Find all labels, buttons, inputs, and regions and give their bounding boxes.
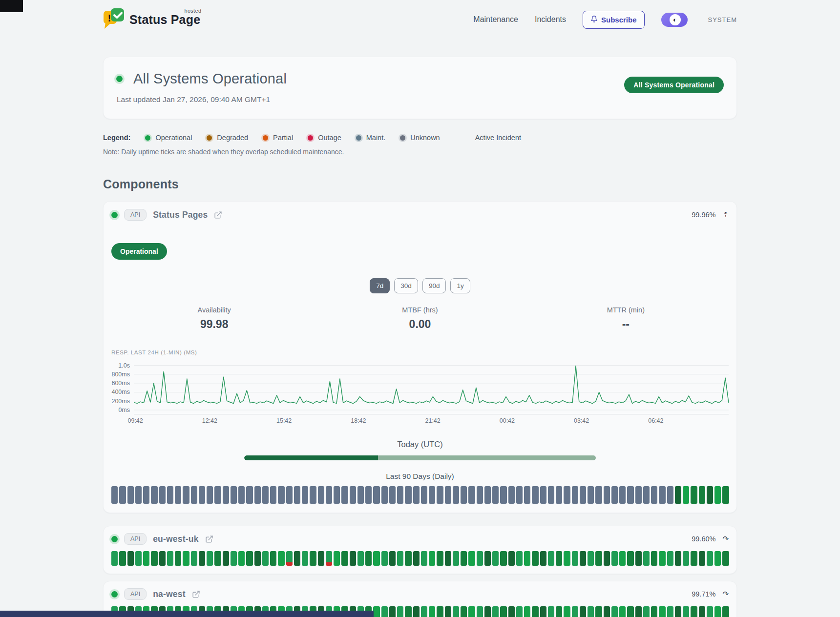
uptime-tick[interactable] (611, 606, 618, 617)
uptime-tick[interactable] (326, 486, 332, 504)
uptime-tick[interactable] (699, 551, 705, 566)
uptime-tick[interactable] (350, 551, 356, 566)
uptime-tick[interactable] (722, 486, 729, 504)
uptime-tick[interactable] (453, 551, 459, 566)
uptime-tick[interactable] (500, 551, 506, 566)
uptime-tick[interactable] (572, 486, 578, 504)
uptime-tick[interactable] (254, 486, 261, 504)
uptime-tick[interactable] (707, 551, 713, 566)
uptime-tick[interactable] (651, 551, 657, 566)
uptime-tick[interactable] (548, 486, 554, 504)
uptime-tick[interactable] (588, 486, 594, 504)
uptime-tick[interactable] (477, 606, 483, 617)
uptime-tick[interactable] (445, 606, 451, 617)
nav-maintenance[interactable]: Maintenance (473, 15, 518, 24)
uptime-tick[interactable] (643, 551, 650, 566)
uptime-tick[interactable] (604, 551, 610, 566)
uptime-tick[interactable] (429, 606, 435, 617)
uptime-tick[interactable] (413, 606, 420, 617)
uptime-tick[interactable] (389, 606, 396, 617)
uptime-tick[interactable] (556, 606, 562, 617)
uptime-tick[interactable] (667, 606, 673, 617)
uptime-tick[interactable] (199, 551, 205, 566)
uptime-tick[interactable] (667, 551, 673, 566)
uptime-tick[interactable] (278, 486, 284, 504)
uptime-tick[interactable] (238, 551, 245, 566)
uptime-tick[interactable] (524, 606, 530, 617)
uptime-tick[interactable] (643, 606, 650, 617)
uptime-tick[interactable] (564, 606, 570, 617)
brand[interactable]: ! Status Page hosted (103, 7, 200, 32)
uptime-tick[interactable] (564, 551, 570, 566)
uptime-tick[interactable] (254, 551, 261, 566)
external-link-icon[interactable] (192, 590, 200, 598)
uptime-tick[interactable] (302, 486, 308, 504)
uptime-tick[interactable] (365, 486, 372, 504)
uptime-tick[interactable] (580, 551, 586, 566)
uptime-tick[interactable] (508, 551, 515, 566)
uptime-tick[interactable] (540, 486, 546, 504)
collapse-icon[interactable]: ⇡ (722, 210, 729, 219)
uptime-tick[interactable] (389, 486, 396, 504)
uptime-tick[interactable] (453, 606, 459, 617)
uptime-tick[interactable] (357, 551, 364, 566)
uptime-tick[interactable] (437, 606, 443, 617)
uptime-tick[interactable] (572, 606, 578, 617)
uptime-tick[interactable] (659, 486, 665, 504)
uptime-tick[interactable] (611, 551, 618, 566)
uptime-tick[interactable] (675, 551, 681, 566)
uptime-tick[interactable] (604, 606, 610, 617)
uptime-tick[interactable] (611, 486, 618, 504)
uptime-tick[interactable] (199, 486, 205, 504)
uptime-tick[interactable] (691, 486, 697, 504)
uptime-tick[interactable] (270, 551, 276, 566)
uptime-tick[interactable] (111, 551, 118, 566)
uptime-tick[interactable] (167, 486, 173, 504)
uptime-tick[interactable] (397, 551, 403, 566)
uptime-tick[interactable] (381, 551, 388, 566)
uptime-tick[interactable] (294, 486, 300, 504)
uptime-tick[interactable] (373, 551, 379, 566)
uptime-tick[interactable] (231, 486, 237, 504)
uptime-tick[interactable] (556, 486, 562, 504)
uptime-tick[interactable] (516, 606, 523, 617)
uptime-tick[interactable] (540, 551, 546, 566)
nav-incidents[interactable]: Incidents (535, 15, 566, 24)
uptime-tick[interactable] (135, 486, 142, 504)
uptime-tick[interactable] (588, 606, 594, 617)
uptime-tick[interactable] (143, 486, 149, 504)
uptime-tick[interactable] (604, 486, 610, 504)
uptime-tick[interactable] (492, 486, 499, 504)
uptime-tick[interactable] (453, 486, 459, 504)
uptime-tick[interactable] (175, 551, 181, 566)
uptime-tick[interactable] (699, 606, 705, 617)
uptime-tick[interactable] (540, 606, 546, 617)
uptime-tick[interactable] (111, 486, 118, 504)
uptime-tick[interactable] (135, 551, 142, 566)
uptime-tick[interactable] (207, 486, 213, 504)
uptime-tick[interactable] (373, 606, 379, 617)
uptime-tick[interactable] (341, 486, 348, 504)
uptime-tick[interactable] (318, 486, 324, 504)
uptime-tick[interactable] (484, 606, 491, 617)
uptime-tick[interactable] (373, 486, 379, 504)
uptime-tick[interactable] (714, 551, 721, 566)
uptime-tick[interactable] (675, 606, 681, 617)
uptime-tick[interactable] (461, 606, 467, 617)
uptime-tick[interactable] (619, 551, 626, 566)
uptime-tick[interactable] (556, 551, 562, 566)
uptime-tick[interactable] (286, 486, 293, 504)
uptime-tick[interactable] (270, 486, 276, 504)
uptime-tick[interactable] (722, 606, 729, 617)
uptime-tick[interactable] (429, 551, 435, 566)
uptime-tick[interactable] (532, 606, 538, 617)
uptime-tick[interactable] (119, 486, 126, 504)
uptime-tick[interactable] (477, 551, 483, 566)
uptime-tick[interactable] (119, 551, 126, 566)
uptime-tick[interactable] (683, 486, 689, 504)
external-link-icon[interactable] (205, 535, 213, 543)
uptime-tick[interactable] (246, 486, 252, 504)
uptime-tick[interactable] (421, 551, 427, 566)
uptime-tick[interactable] (326, 551, 332, 566)
uptime-tick[interactable] (699, 486, 705, 504)
